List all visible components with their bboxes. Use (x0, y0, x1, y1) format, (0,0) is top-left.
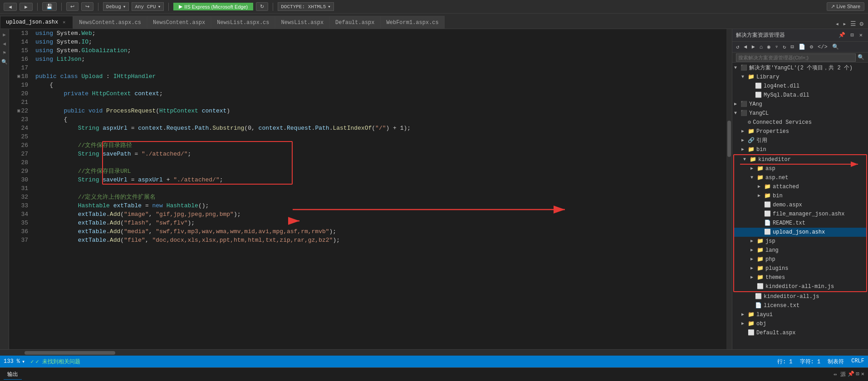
tree-kindeditor-all-js[interactable]: ⬜ kindeditor-all.js (732, 292, 868, 301)
editor-vertical-scrollbar[interactable] (726, 29, 732, 349)
properties-button[interactable]: ⚙ (808, 43, 815, 51)
run-button[interactable]: ▶ IIS Express (Microsoft Edge) (173, 3, 253, 10)
status-text: ✓ 未找到相关问题 (35, 358, 80, 366)
tab-webform1-cs[interactable]: WebForm1.aspx.cs (381, 16, 445, 29)
tab-newslist-cs[interactable]: NewsList.aspx.cs (211, 16, 275, 29)
tree-lang-folder[interactable]: ▶ 📁 lang (734, 246, 866, 255)
editor-h-scroll[interactable] (0, 350, 732, 356)
tree-demo-aspx[interactable]: ⬜ demo.aspx (734, 200, 866, 210)
source-btn[interactable]: ⇔ 源 (834, 371, 845, 378)
tab-newscontent-aspx[interactable]: NewsContent.aspx (147, 16, 211, 29)
tab-upload-json-ashx[interactable]: upload_json.ashx ✕ (0, 16, 73, 29)
tree-mysql-dll[interactable]: ⬜ MySql.Data.dll (732, 91, 868, 100)
output-close-btn[interactable]: ✕ (861, 371, 864, 378)
tab-scroll-left-icon[interactable]: ◂ (834, 19, 840, 29)
code-content[interactable]: using System.Web; using System.IO; using… (32, 29, 726, 349)
tree-kindeditor-folder[interactable]: ▼ 📁 kindeditor (734, 155, 866, 164)
col-info: 字符: 1 (800, 358, 821, 366)
tree-layui-folder[interactable]: ▶ 📁 layui (732, 310, 868, 319)
output-tab-button[interactable]: 输出 (4, 370, 22, 380)
gutter-icon-1[interactable]: ▶ (1, 31, 8, 38)
tab-menu-icon[interactable]: ☰ (849, 19, 857, 29)
tree-kindeditor-min-js[interactable]: ⬜ kindeditor-all-min.js (734, 282, 866, 291)
ln-14: 14 (9, 38, 28, 46)
filter-button[interactable]: ▿ (773, 43, 780, 51)
tab-scroll-right-icon[interactable]: ▸ (842, 19, 847, 29)
tree-properties-folder[interactable]: ▶ 📁 Properties (732, 127, 868, 136)
solution-search-input[interactable] (736, 54, 856, 62)
save-button[interactable]: 💾 (42, 2, 57, 11)
connected-services-icon: ⚙ (748, 118, 751, 127)
show-code-button[interactable]: </> (816, 43, 829, 51)
tree-themes-folder[interactable]: ▶ 📁 themes (734, 273, 866, 282)
ln-17: 17 (9, 64, 28, 72)
tree-asp-folder[interactable]: ▶ 📁 asp (734, 164, 866, 173)
tree-yang-project[interactable]: ▶ ⬛ YAng (732, 100, 868, 109)
refresh-button[interactable]: ↻ (256, 2, 268, 11)
debug-mode-dropdown[interactable]: Debug ▾ (103, 2, 129, 11)
tree-connected-services[interactable]: ⚙ Connected Services (732, 118, 868, 127)
live-share-button[interactable]: ↗ Live Share (827, 2, 864, 11)
tree-readme-txt[interactable]: 📄 README.txt (734, 219, 866, 228)
folder-icon-plugins: 📁 (757, 264, 764, 273)
solution-tree[interactable]: ▼ ⬛ 解决方案'YangCL'(2 个项目，共 2 个) ▼ 📁 Librar… (732, 63, 868, 349)
solution-search-box: 🔍 (732, 53, 868, 63)
tree-bin-folder[interactable]: ▶ 📁 bin (732, 145, 868, 154)
show-all-button[interactable]: ◉ (765, 43, 772, 51)
code-line-16: using LitJson; (32, 55, 726, 64)
tree-root-node[interactable]: ▼ ⬛ 解决方案'YangCL'(2 个项目，共 2 个) (732, 64, 868, 73)
tree-upload-json-ashx[interactable]: ⬜ upload_json.ashx (734, 228, 866, 237)
tree-yangcl-project[interactable]: ▼ ⬛ YangCL (732, 109, 868, 118)
tree-license-txt[interactable]: 📄 license.txt (732, 301, 868, 310)
redo-button[interactable]: ↪ (81, 2, 93, 11)
tree-jsp-folder[interactable]: ▶ 📁 jsp (734, 237, 866, 246)
tree-bin-sub-folder[interactable]: ▶ 📁 bin (734, 191, 866, 200)
tab-settings-icon[interactable]: ⚙ (859, 19, 864, 29)
tree-aspnet-folder[interactable]: ▼ 📁 asp.net (734, 173, 866, 182)
gutter-icon-3[interactable]: ⚑ (1, 49, 8, 56)
nav-back-button[interactable]: ◄ (742, 43, 749, 51)
tree-obj-folder[interactable]: ▶ 📁 obj (732, 319, 868, 328)
sync-button[interactable]: ↺ (734, 43, 741, 51)
dll-icon-mysql: ⬜ (755, 91, 762, 100)
tree-attached-folder[interactable]: ▶ 📁 attached (734, 182, 866, 191)
output-float-btn[interactable]: ⊡ (856, 371, 859, 378)
tree-log4net-dll[interactable]: ⬜ log4net.dll (732, 82, 868, 91)
tree-file-manager-json-ashx[interactable]: ⬜ file_manager_json.ashx (734, 210, 866, 219)
main-toolbar: ◄ ► 💾 ↩ ↪ Debug ▾ Any CPU ▾ ▶ IIS Expres… (0, 0, 868, 14)
tree-library-folder[interactable]: ▼ 📁 Library (732, 73, 868, 82)
nav-forward-button[interactable]: ► (750, 43, 756, 51)
tab-newslist-aspx[interactable]: NewsList.aspx (275, 16, 329, 29)
separator-5 (273, 3, 273, 11)
forward-button[interactable]: ► (20, 3, 33, 11)
code-editor[interactable]: 13 14 15 16 17 ▣18 19 20 21 ▣22 23 24 25… (9, 29, 732, 349)
output-pin-btn[interactable]: 📌 (848, 371, 854, 378)
gutter-icon-4[interactable]: 🔍 (1, 58, 8, 65)
tab-newscontent-cs[interactable]: NewsContent.aspx.cs (73, 16, 147, 29)
pin-button[interactable]: 📌 (837, 31, 847, 39)
home-button[interactable]: ⌂ (758, 43, 765, 51)
doctype-dropdown[interactable]: DOCTYPE: XHTML5 ▾ (278, 2, 334, 11)
scrollbar-thumb[interactable] (727, 121, 731, 157)
preview-button[interactable]: 🔍 (830, 43, 841, 51)
tree-plugins-folder[interactable]: ▶ 📁 plugins (734, 264, 866, 273)
undo-button[interactable]: ↩ (66, 2, 78, 11)
zoom-control[interactable]: 133 % ▾ (4, 358, 25, 365)
panel-close-button[interactable]: ✕ (858, 31, 864, 39)
tab-default-aspx[interactable]: Default.aspx (329, 16, 380, 29)
tree-references-folder[interactable]: ▶ 🔗 引用 (732, 136, 868, 145)
refresh-panel-button[interactable]: ↻ (781, 43, 788, 51)
code-line-13: using System.Web; (32, 29, 726, 38)
add-file-button[interactable]: 📄 (797, 43, 807, 51)
h-scroll-thumb[interactable] (25, 351, 115, 355)
panel-float-button[interactable]: ⊡ (849, 31, 856, 39)
tab-close-btn[interactable]: ✕ (61, 19, 67, 25)
tree-php-folder[interactable]: ▶ 📁 php (734, 255, 866, 264)
solution-panel-toolbar: ↺ ◄ ► ⌂ ◉ ▿ ↻ ⊟ 📄 ⚙ </> 🔍 (732, 42, 868, 53)
cpu-target-dropdown[interactable]: Any CPU ▾ (132, 2, 164, 11)
tree-default-aspx[interactable]: ⬜ Default.aspx (732, 328, 868, 337)
ln-22: ▣22 (9, 107, 28, 115)
back-button[interactable]: ◄ (4, 3, 17, 11)
collapse-all-button[interactable]: ⊟ (789, 43, 796, 51)
gutter-icon-2[interactable]: ◀ (1, 40, 8, 47)
